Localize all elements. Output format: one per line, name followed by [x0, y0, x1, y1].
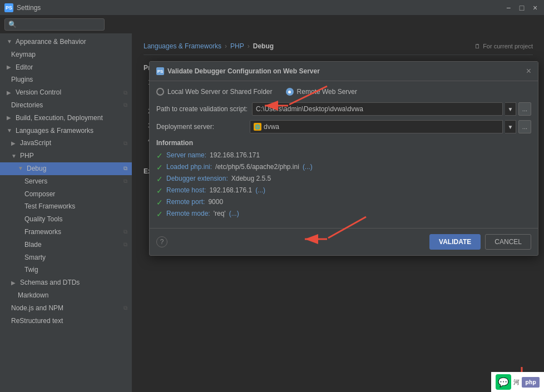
sidebar-item-servers[interactable]: Servers ⧉: [0, 175, 132, 188]
check-icon: ✓: [156, 151, 163, 160]
path-browse-btn[interactable]: ...: [518, 102, 531, 116]
sidebar-item-label: Appearance & Behavior: [16, 37, 86, 47]
check-icon: ✓: [156, 210, 163, 219]
sidebar-item-nodejs-npm[interactable]: Node.js and NPM ⧉: [0, 302, 132, 315]
check-icon: ✓: [156, 163, 163, 172]
sidebar-item-javascript[interactable]: ▶ JavaScript ⧉: [0, 137, 132, 150]
title-bar-controls[interactable]: − □ ×: [504, 3, 540, 12]
info-item-remote-mode: ✓ Remote mode: 'req' (...): [156, 210, 531, 219]
php-badge: php: [522, 377, 540, 388]
sidebar-item-languages-frameworks[interactable]: ▼ Languages & Frameworks: [0, 125, 132, 137]
deployment-browse-btn[interactable]: ...: [518, 120, 531, 133]
sidebar-item-appearance-behavior[interactable]: ▼ Appearance & Behavior: [0, 36, 132, 48]
maximize-button[interactable]: □: [517, 3, 526, 12]
close-button[interactable]: ×: [531, 3, 540, 12]
sidebar-item-frameworks[interactable]: Frameworks ⧉: [0, 226, 132, 239]
sidebar-item-test-frameworks[interactable]: Test Frameworks: [0, 200, 132, 213]
info-label-remote-port: Remote port:: [166, 198, 205, 206]
main-layout: ▼ Appearance & Behavior Keymap ▶ Editor …: [0, 33, 544, 392]
sidebar-item-label: Version Control: [16, 88, 61, 97]
sidebar-item-label: PHP: [20, 151, 34, 161]
path-label: Path to create validation script:: [156, 105, 248, 113]
modal-body: Local Web Server or Shared Folder Remote…: [150, 81, 538, 228]
sidebar-item-composer[interactable]: Composer: [0, 188, 132, 201]
path-input-group: ▼ ...: [252, 102, 531, 116]
check-icon: ✓: [156, 186, 163, 195]
info-item-php-ini: ✓ Loaded php.ini: /etc/php/5.6/apache2/p…: [156, 163, 531, 172]
sidebar-item-restructured-text[interactable]: ReStructured text: [0, 315, 132, 328]
sidebar-item-label: Schemas and DTDs: [20, 278, 80, 287]
sidebar-item-label: ReStructured text: [11, 316, 63, 326]
sidebar-item-directories[interactable]: Directories ⧉: [0, 99, 132, 112]
sidebar-item-label: Node.js and NPM: [11, 304, 63, 313]
breadcrumb: Languages & Frameworks › PHP › Debug 🗒 F…: [144, 42, 533, 55]
sidebar-item-label: Markdown: [18, 291, 48, 300]
info-label-remote-host: Remote host:: [166, 186, 206, 194]
sidebar-item-debug[interactable]: ▼ Debug ⧉: [0, 162, 132, 175]
breadcrumb-languages-frameworks[interactable]: Languages & Frameworks: [144, 42, 221, 50]
sidebar-item-label: Servers: [24, 177, 47, 186]
sidebar-item-twig[interactable]: Twig: [0, 264, 132, 276]
minimize-button[interactable]: −: [504, 3, 513, 12]
search-input[interactable]: [4, 18, 105, 31]
info-value-server-name: 192.168.176.171: [210, 151, 260, 159]
sidebar-item-php[interactable]: ▼ PHP: [0, 150, 132, 162]
path-input[interactable]: [252, 102, 503, 116]
sidebar-item-schemas-dtds[interactable]: ▶ Schemas and DTDs: [0, 276, 132, 289]
search-bar: [0, 16, 544, 33]
info-label-remote-mode: Remote mode:: [166, 210, 210, 217]
sidebar-item-version-control[interactable]: ▶ Version Control ⧉: [0, 86, 132, 99]
cancel-button[interactable]: CANCEL: [485, 234, 531, 250]
modal-close-button[interactable]: ×: [526, 66, 531, 76]
info-link-php-ini[interactable]: (...): [303, 163, 313, 171]
copy-icon: ⧉: [123, 101, 127, 109]
sidebar: ▼ Appearance & Behavior Keymap ▶ Editor …: [0, 33, 132, 392]
deployment-value: dvwa: [264, 123, 279, 131]
info-value-php-ini: /etc/php/5.6/apache2/php.ini: [215, 163, 299, 171]
sidebar-item-markdown[interactable]: Markdown: [0, 289, 132, 302]
sidebar-item-smarty[interactable]: Smarty: [0, 251, 132, 264]
sidebar-item-label: Languages & Frameworks: [16, 126, 93, 136]
sidebar-item-label: Smarty: [24, 253, 46, 262]
wechat-text: 河: [513, 378, 520, 386]
deployment-label: Deployment server:: [156, 123, 245, 131]
breadcrumb-php[interactable]: PHP: [230, 42, 244, 50]
scope-label: For current project: [483, 43, 533, 49]
deployment-dropdown-btn[interactable]: ▼: [505, 120, 516, 133]
scope-icon: 🗒: [474, 43, 481, 49]
path-dropdown-btn[interactable]: ▼: [505, 102, 516, 116]
info-link-remote-mode[interactable]: (...): [229, 210, 239, 217]
info-label-server-name: Server name:: [166, 151, 206, 159]
radio-group: Local Web Server or Shared Folder Remote…: [156, 88, 531, 96]
help-button[interactable]: ?: [156, 236, 167, 247]
expand-icon: ▶: [11, 140, 18, 147]
radio-local[interactable]: Local Web Server or Shared Folder: [156, 88, 273, 96]
radio-local-label: Local Web Server or Shared Folder: [167, 88, 273, 96]
breadcrumb-sep: ›: [225, 42, 227, 50]
copy-icon: ⧉: [123, 140, 127, 147]
app-title: Settings: [17, 4, 41, 12]
validate-button[interactable]: VALIDATE: [429, 234, 481, 250]
wechat-popup: 💬 河 php: [491, 372, 544, 392]
modal-title: PS Validate Debugger Configuration on We…: [156, 67, 320, 75]
content-area: Languages & Frameworks › PHP › Debug 🗒 F…: [132, 33, 544, 392]
sidebar-item-quality-tools[interactable]: Quality Tools: [0, 213, 132, 226]
info-value-remote-port: 9000: [208, 198, 223, 206]
sidebar-item-keymap[interactable]: Keymap: [0, 48, 132, 61]
check-icon: ✓: [156, 198, 163, 207]
radio-remote-label: Remote Web Server: [297, 88, 358, 96]
info-title: Information: [156, 139, 531, 147]
info-item-server-name: ✓ Server name: 192.168.176.171: [156, 151, 531, 160]
expand-icon: ▼: [7, 38, 13, 46]
copy-icon: ⧉: [123, 241, 127, 249]
sidebar-item-build-execution[interactable]: ▶ Build, Execution, Deployment: [0, 112, 132, 125]
sidebar-item-plugins[interactable]: Plugins: [0, 73, 132, 86]
radio-remote[interactable]: Remote Web Server: [286, 88, 358, 96]
info-link-remote-host[interactable]: (...): [255, 186, 265, 194]
sidebar-item-blade[interactable]: Blade ⧉: [0, 239, 132, 251]
sidebar-item-label: Twig: [24, 265, 38, 275]
breadcrumb-sep2: ›: [248, 42, 250, 50]
expand-icon: ▼: [7, 127, 13, 135]
sidebar-item-editor[interactable]: ▶ Editor: [0, 61, 132, 74]
radio-remote-circle: [286, 88, 294, 96]
